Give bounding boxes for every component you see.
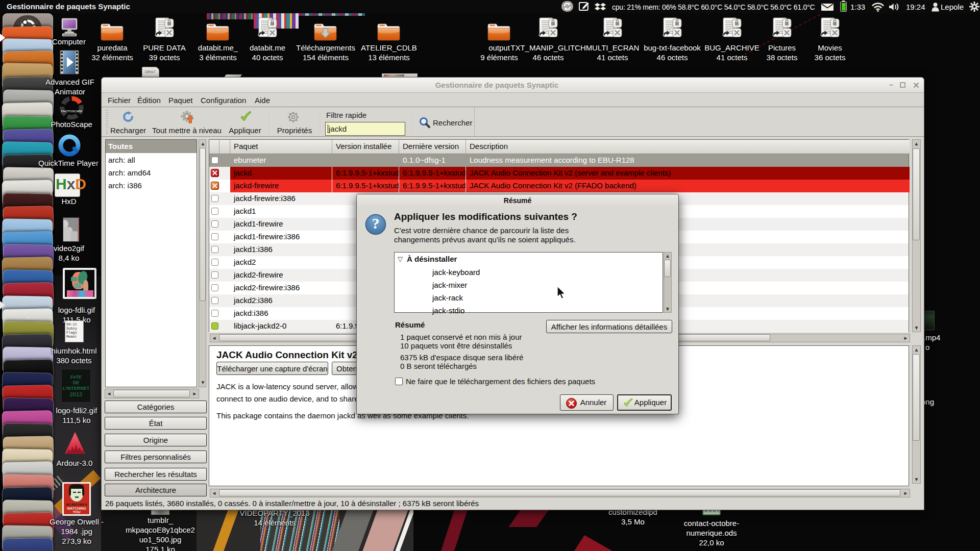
svg-text:PHOTOSCAPE: PHOTOSCAPE [61, 110, 83, 113]
svg-text:?: ? [372, 215, 380, 232]
